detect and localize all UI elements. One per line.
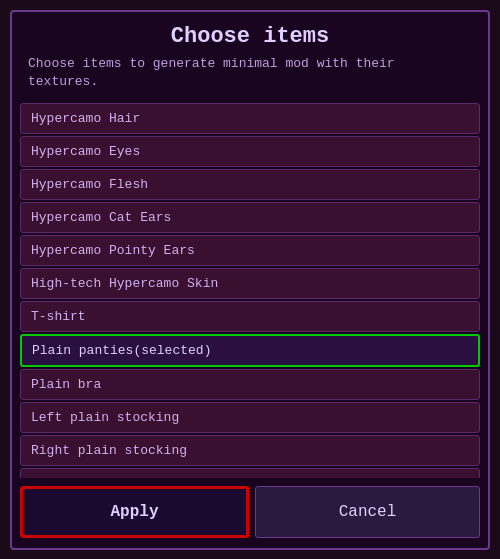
choose-items-dialog: Choose items Choose items to generate mi… — [10, 10, 490, 550]
list-item[interactable]: Hypercamo Cat Ears — [20, 202, 480, 233]
button-row: Apply Cancel — [12, 478, 488, 548]
list-item[interactable]: Left plain stocking — [20, 402, 480, 433]
items-list[interactable]: Hypercamo HairHypercamo EyesHypercamo Fl… — [12, 99, 488, 478]
cancel-button[interactable]: Cancel — [255, 486, 480, 538]
dialog-header: Choose items Choose items to generate mi… — [12, 12, 488, 99]
list-item[interactable]: Plain panties(selected) — [20, 334, 480, 367]
list-item[interactable]: High-tech Hypercamo Skin — [20, 268, 480, 299]
list-item[interactable]: Left lingerie stocking — [20, 468, 480, 478]
list-item[interactable]: Right plain stocking — [20, 435, 480, 466]
dialog-subtitle: Choose items to generate minimal mod wit… — [28, 55, 472, 91]
list-item[interactable]: T-shirt — [20, 301, 480, 332]
list-item[interactable]: Plain bra — [20, 369, 480, 400]
list-item[interactable]: Hypercamo Flesh — [20, 169, 480, 200]
list-item[interactable]: Hypercamo Pointy Ears — [20, 235, 480, 266]
dialog-title: Choose items — [28, 24, 472, 49]
apply-button[interactable]: Apply — [20, 486, 249, 538]
list-item[interactable]: Hypercamo Hair — [20, 103, 480, 134]
list-item[interactable]: Hypercamo Eyes — [20, 136, 480, 167]
